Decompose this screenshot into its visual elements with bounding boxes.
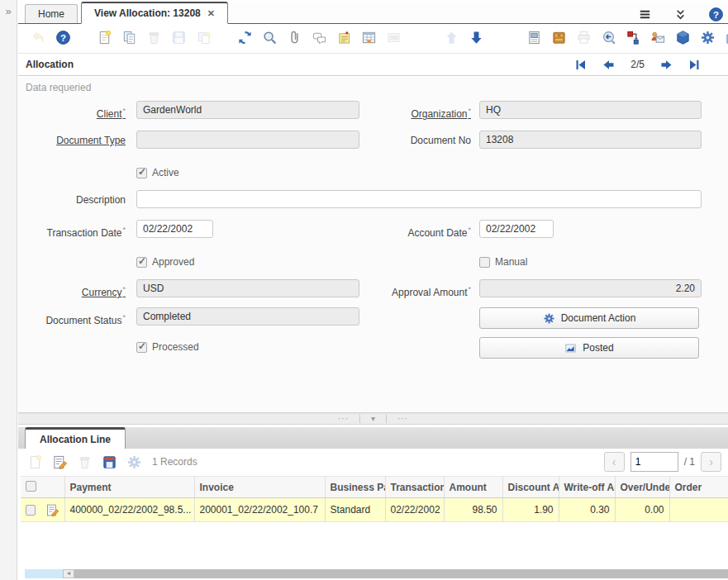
new-record-icon <box>26 454 44 471</box>
organization-field: HQ <box>479 101 702 119</box>
menu-icon[interactable] <box>636 6 654 23</box>
window-tabbar: Home View Allocation: 13208 ? <box>18 2 728 24</box>
detail-record-icon[interactable] <box>468 29 485 46</box>
archive-icon[interactable] <box>550 29 568 46</box>
horizontal-scrollbar <box>18 569 728 578</box>
splitter-collapse-icon[interactable] <box>359 415 387 423</box>
processed-label: Processed <box>152 341 199 353</box>
cell-invoice: 200001_02/22/2002_100.7 <box>194 498 325 522</box>
save-icon <box>170 29 188 46</box>
detail-grid-icon <box>385 29 402 46</box>
posted-button[interactable]: Posted <box>479 337 699 359</box>
find-icon[interactable] <box>261 29 278 46</box>
document-action-button[interactable]: Document Action <box>479 307 699 329</box>
process-icon[interactable] <box>699 29 716 46</box>
approved-label: Approved <box>152 256 194 268</box>
chat-icon[interactable] <box>311 29 328 46</box>
pager-next-icon <box>701 452 721 472</box>
tabbar-right-icons: ? <box>636 6 725 23</box>
manual-checkbox <box>479 257 490 268</box>
collapse-all-chevron-icon[interactable] <box>672 6 689 23</box>
grid-toggle-icon[interactable] <box>360 29 378 46</box>
scrollbar-thumb[interactable] <box>74 569 728 578</box>
new-record-icon[interactable] <box>96 29 113 46</box>
export-icon[interactable] <box>724 29 728 46</box>
panel-splitter[interactable] <box>18 413 728 425</box>
active-checkbox <box>136 168 147 178</box>
last-record-icon[interactable] <box>688 59 701 71</box>
organization-label[interactable]: Organization <box>362 101 471 124</box>
document-status-field: Completed <box>136 307 359 326</box>
posted-chart-icon <box>564 342 577 354</box>
approved-checkbox <box>136 257 147 268</box>
client-label[interactable]: Client <box>18 101 126 124</box>
currency-label[interactable]: Currency <box>18 279 126 302</box>
scroll-left-arrow-icon[interactable] <box>63 569 74 578</box>
edit-record-icon[interactable] <box>51 454 69 471</box>
tab-allocation-line-label: Allocation Line <box>40 434 111 445</box>
column-discount-amount[interactable]: Discount Amount <box>502 477 559 498</box>
expand-sidebar-chevron-icon[interactable] <box>0 5 17 17</box>
splitter-dots-icon <box>327 415 359 423</box>
edit-row-icon[interactable] <box>45 503 59 517</box>
save-icon[interactable] <box>101 454 118 471</box>
main-area: Home View Allocation: 13208 ? ? <box>18 0 728 580</box>
copy-record-icon[interactable] <box>121 29 138 46</box>
help-icon[interactable]: ? <box>707 6 725 23</box>
zoom-across-icon[interactable] <box>600 29 617 46</box>
active-label: Active <box>152 167 179 178</box>
pager-page-input[interactable] <box>630 452 678 472</box>
column-writeoff-amount[interactable]: Write-off Amount <box>559 477 615 498</box>
report-icon[interactable] <box>526 29 543 46</box>
cell-amount: 98.50 <box>444 498 502 522</box>
detail-toolbar: 1 Records / 1 <box>18 449 728 475</box>
column-business-partner[interactable]: Business Partner <box>325 477 385 498</box>
cell-business-partner: Standard <box>325 498 385 522</box>
workflow-icon[interactable] <box>625 29 642 46</box>
approval-amount-label: Approval Amount <box>362 279 471 302</box>
close-icon[interactable] <box>207 8 215 19</box>
form-panel: Data requeried Client GardenWorld Organi… <box>18 77 728 413</box>
product-info-icon[interactable] <box>674 29 692 46</box>
splitter-dots-icon <box>387 415 419 423</box>
row-checkbox[interactable] <box>26 505 36 516</box>
tab-view-allocation[interactable]: View Allocation: 13208 <box>81 2 228 24</box>
svg-text:?: ? <box>60 32 66 42</box>
note-icon[interactable] <box>335 29 353 46</box>
description-input[interactable] <box>136 190 702 208</box>
column-invoice[interactable]: Invoice <box>194 477 325 498</box>
description-label: Description <box>18 190 126 210</box>
window-header: Allocation 2/5 <box>18 53 728 76</box>
posted-label: Posted <box>583 342 613 354</box>
status-message: Data requeried <box>18 77 728 98</box>
help-icon[interactable]: ? <box>55 29 72 46</box>
save-and-create-icon <box>195 29 212 46</box>
delete-record-icon <box>145 29 163 46</box>
tab-allocation-line[interactable]: Allocation Line <box>25 427 126 449</box>
page-title: Allocation <box>26 59 74 70</box>
table-row[interactable]: 400000_02/22/2002_98.5... 200001_02/22/2… <box>21 498 728 522</box>
cell-payment: 400000_02/22/2002_98.5... <box>64 498 194 522</box>
document-no-label: Document No <box>362 131 471 150</box>
first-record-icon[interactable] <box>574 59 587 71</box>
processed-checkbox <box>136 342 147 353</box>
tab-home-label: Home <box>38 8 64 20</box>
document-type-label[interactable]: Document Type <box>18 131 126 150</box>
column-order[interactable]: Order <box>669 477 728 498</box>
document-status-label: Document Status <box>18 307 126 330</box>
column-amount[interactable]: Amount <box>444 477 502 498</box>
account-date-input[interactable] <box>479 220 554 238</box>
column-payment[interactable]: Payment <box>64 477 194 498</box>
tab-home[interactable]: Home <box>25 4 78 23</box>
attachment-icon[interactable] <box>286 29 303 46</box>
previous-record-icon[interactable] <box>602 59 615 71</box>
column-over-under[interactable]: Over/Under Payment <box>615 477 669 498</box>
select-all-checkbox[interactable] <box>26 481 36 492</box>
requery-icon[interactable] <box>236 29 254 46</box>
document-action-label: Document Action <box>561 312 636 324</box>
next-record-icon[interactable] <box>660 59 673 71</box>
request-icon[interactable] <box>649 29 667 46</box>
transaction-date-input[interactable] <box>136 220 213 238</box>
manual-label: Manual <box>495 256 527 268</box>
column-transaction[interactable]: Transaction <box>385 477 444 498</box>
